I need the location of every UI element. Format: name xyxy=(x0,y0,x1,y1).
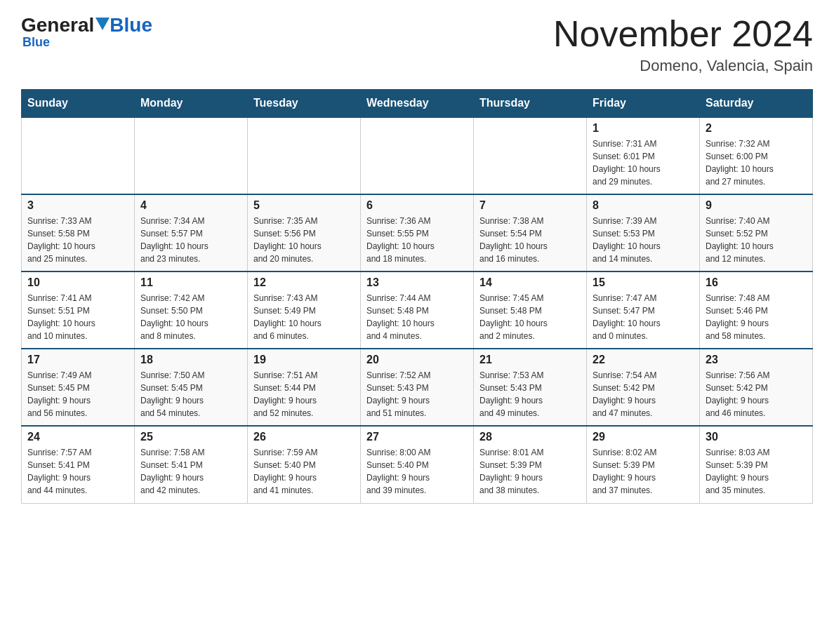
day-number: 13 xyxy=(366,276,468,289)
day-info: Sunrise: 7:44 AMSunset: 5:48 PMDaylight:… xyxy=(366,292,468,342)
calendar-body: 1Sunrise: 7:31 AMSunset: 6:01 PMDaylight… xyxy=(22,117,813,503)
day-number: 24 xyxy=(27,431,128,443)
day-number: 7 xyxy=(479,199,581,212)
col-monday: Monday xyxy=(135,90,248,118)
day-number: 12 xyxy=(253,276,355,289)
table-row: 21Sunrise: 7:53 AMSunset: 5:43 PMDayligh… xyxy=(474,349,587,426)
table-row: 25Sunrise: 7:58 AMSunset: 5:41 PMDayligh… xyxy=(135,426,248,503)
table-row: 6Sunrise: 7:36 AMSunset: 5:55 PMDaylight… xyxy=(361,194,474,271)
day-number: 2 xyxy=(706,122,807,135)
table-row: 13Sunrise: 7:44 AMSunset: 5:48 PMDayligh… xyxy=(361,271,474,349)
day-info: Sunrise: 8:02 AMSunset: 5:39 PMDaylight:… xyxy=(593,446,694,497)
table-row xyxy=(361,117,474,194)
day-number: 9 xyxy=(706,199,807,212)
day-number: 27 xyxy=(366,431,468,443)
day-number: 21 xyxy=(479,354,581,366)
day-info: Sunrise: 7:31 AMSunset: 6:01 PMDaylight:… xyxy=(593,137,694,188)
table-row xyxy=(22,117,135,194)
table-row: 24Sunrise: 7:57 AMSunset: 5:41 PMDayligh… xyxy=(22,426,135,503)
table-row: 1Sunrise: 7:31 AMSunset: 6:01 PMDaylight… xyxy=(587,117,700,194)
table-row xyxy=(474,117,587,194)
page-subtitle: Domeno, Valencia, Spain xyxy=(553,57,813,75)
day-number: 5 xyxy=(253,199,355,212)
logo-general: General xyxy=(21,14,94,36)
day-number: 28 xyxy=(479,431,581,443)
day-number: 29 xyxy=(593,431,694,443)
day-number: 3 xyxy=(27,199,128,212)
day-info: Sunrise: 7:43 AMSunset: 5:49 PMDaylight:… xyxy=(253,292,355,342)
day-number: 22 xyxy=(593,354,694,366)
day-info: Sunrise: 7:45 AMSunset: 5:48 PMDaylight:… xyxy=(479,292,581,342)
day-info: Sunrise: 7:52 AMSunset: 5:43 PMDaylight:… xyxy=(366,369,468,420)
logo: GeneralBlue Blue xyxy=(21,14,152,50)
col-friday: Friday xyxy=(587,90,700,118)
logo-blue: Blue xyxy=(110,14,152,36)
table-row: 12Sunrise: 7:43 AMSunset: 5:49 PMDayligh… xyxy=(248,271,361,349)
day-number: 16 xyxy=(706,276,807,289)
day-info: Sunrise: 7:48 AMSunset: 5:46 PMDaylight:… xyxy=(706,292,807,342)
col-wednesday: Wednesday xyxy=(361,90,474,118)
day-number: 26 xyxy=(253,431,355,443)
day-info: Sunrise: 7:51 AMSunset: 5:44 PMDaylight:… xyxy=(253,369,355,420)
day-info: Sunrise: 7:36 AMSunset: 5:55 PMDaylight:… xyxy=(366,215,468,265)
title-area: November 2024 Domeno, Valencia, Spain xyxy=(553,14,813,75)
day-number: 1 xyxy=(593,122,694,135)
calendar-week-5: 24Sunrise: 7:57 AMSunset: 5:41 PMDayligh… xyxy=(22,426,813,503)
table-row: 15Sunrise: 7:47 AMSunset: 5:47 PMDayligh… xyxy=(587,271,700,349)
calendar-header: Sunday Monday Tuesday Wednesday Thursday… xyxy=(22,90,813,118)
col-saturday: Saturday xyxy=(700,90,813,118)
day-info: Sunrise: 7:50 AMSunset: 5:45 PMDaylight:… xyxy=(140,369,241,420)
table-row: 27Sunrise: 8:00 AMSunset: 5:40 PMDayligh… xyxy=(361,426,474,503)
table-row: 19Sunrise: 7:51 AMSunset: 5:44 PMDayligh… xyxy=(248,349,361,426)
col-sunday: Sunday xyxy=(22,90,135,118)
day-info: Sunrise: 7:39 AMSunset: 5:53 PMDaylight:… xyxy=(593,215,694,265)
day-number: 15 xyxy=(593,276,694,289)
table-row: 5Sunrise: 7:35 AMSunset: 5:56 PMDaylight… xyxy=(248,194,361,271)
table-row xyxy=(135,117,248,194)
logo-subtitle: Blue xyxy=(22,35,152,50)
day-number: 25 xyxy=(140,431,241,443)
calendar-week-4: 17Sunrise: 7:49 AMSunset: 5:45 PMDayligh… xyxy=(22,349,813,426)
day-info: Sunrise: 7:58 AMSunset: 5:41 PMDaylight:… xyxy=(140,446,241,497)
table-row: 10Sunrise: 7:41 AMSunset: 5:51 PMDayligh… xyxy=(22,271,135,349)
day-number: 23 xyxy=(706,354,807,366)
table-row: 11Sunrise: 7:42 AMSunset: 5:50 PMDayligh… xyxy=(135,271,248,349)
day-number: 11 xyxy=(140,276,241,289)
col-tuesday: Tuesday xyxy=(248,90,361,118)
logo-text: GeneralBlue xyxy=(21,14,152,36)
table-row: 2Sunrise: 7:32 AMSunset: 6:00 PMDaylight… xyxy=(700,117,813,194)
day-number: 19 xyxy=(253,354,355,366)
day-info: Sunrise: 7:53 AMSunset: 5:43 PMDaylight:… xyxy=(479,369,581,420)
table-row: 30Sunrise: 8:03 AMSunset: 5:39 PMDayligh… xyxy=(700,426,813,503)
day-info: Sunrise: 7:33 AMSunset: 5:58 PMDaylight:… xyxy=(27,215,128,265)
calendar-week-3: 10Sunrise: 7:41 AMSunset: 5:51 PMDayligh… xyxy=(22,271,813,349)
calendar-week-2: 3Sunrise: 7:33 AMSunset: 5:58 PMDaylight… xyxy=(22,194,813,271)
page-title: November 2024 xyxy=(553,14,813,54)
table-row: 16Sunrise: 7:48 AMSunset: 5:46 PMDayligh… xyxy=(700,271,813,349)
day-info: Sunrise: 7:54 AMSunset: 5:42 PMDaylight:… xyxy=(593,369,694,420)
table-row: 8Sunrise: 7:39 AMSunset: 5:53 PMDaylight… xyxy=(587,194,700,271)
table-row: 17Sunrise: 7:49 AMSunset: 5:45 PMDayligh… xyxy=(22,349,135,426)
day-info: Sunrise: 7:42 AMSunset: 5:50 PMDaylight:… xyxy=(140,292,241,342)
day-info: Sunrise: 7:34 AMSunset: 5:57 PMDaylight:… xyxy=(140,215,241,265)
logo-triangle xyxy=(95,18,110,30)
day-info: Sunrise: 7:40 AMSunset: 5:52 PMDaylight:… xyxy=(706,215,807,265)
table-row: 7Sunrise: 7:38 AMSunset: 5:54 PMDaylight… xyxy=(474,194,587,271)
day-number: 6 xyxy=(366,199,468,212)
day-number: 10 xyxy=(27,276,128,289)
day-info: Sunrise: 7:56 AMSunset: 5:42 PMDaylight:… xyxy=(706,369,807,420)
day-info: Sunrise: 8:03 AMSunset: 5:39 PMDaylight:… xyxy=(706,446,807,497)
day-info: Sunrise: 7:41 AMSunset: 5:51 PMDaylight:… xyxy=(27,292,128,342)
day-info: Sunrise: 8:00 AMSunset: 5:40 PMDaylight:… xyxy=(366,446,468,497)
day-info: Sunrise: 7:59 AMSunset: 5:40 PMDaylight:… xyxy=(253,446,355,497)
table-row xyxy=(248,117,361,194)
day-info: Sunrise: 7:38 AMSunset: 5:54 PMDaylight:… xyxy=(479,215,581,265)
table-row: 28Sunrise: 8:01 AMSunset: 5:39 PMDayligh… xyxy=(474,426,587,503)
day-info: Sunrise: 8:01 AMSunset: 5:39 PMDaylight:… xyxy=(479,446,581,497)
table-row: 3Sunrise: 7:33 AMSunset: 5:58 PMDaylight… xyxy=(22,194,135,271)
day-info: Sunrise: 7:32 AMSunset: 6:00 PMDaylight:… xyxy=(706,137,807,188)
table-row: 23Sunrise: 7:56 AMSunset: 5:42 PMDayligh… xyxy=(700,349,813,426)
day-info: Sunrise: 7:35 AMSunset: 5:56 PMDaylight:… xyxy=(253,215,355,265)
col-thursday: Thursday xyxy=(474,90,587,118)
day-info: Sunrise: 7:47 AMSunset: 5:47 PMDaylight:… xyxy=(593,292,694,342)
